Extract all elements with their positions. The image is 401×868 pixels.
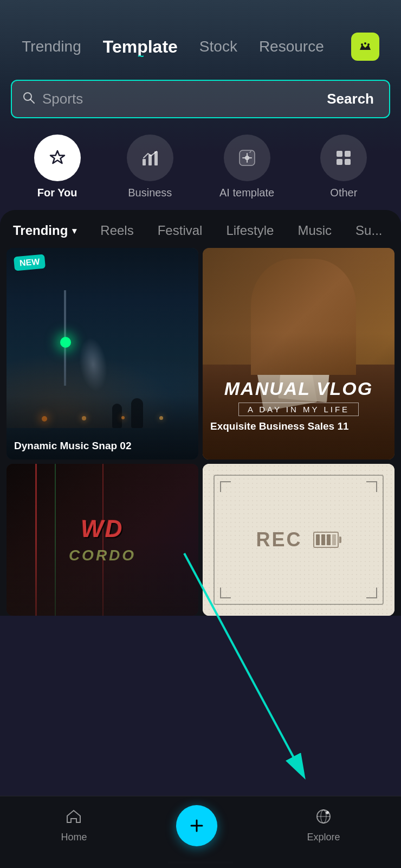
crown-icon[interactable] bbox=[351, 33, 379, 61]
category-for-you[interactable]: For You bbox=[34, 135, 81, 199]
vlog-main-title: MANUAL VLOG bbox=[203, 378, 394, 399]
ai-template-icon bbox=[224, 135, 270, 181]
sub-navigation: Trending ▾ Reels Festival Lifestyle Musi… bbox=[0, 210, 401, 248]
battery-icon bbox=[313, 532, 341, 548]
battery-bar-1 bbox=[316, 534, 320, 545]
vlog-sub-title: A DAY IN MY LIFE bbox=[238, 403, 359, 416]
template-card-graffiti[interactable]: WD CORDO bbox=[7, 464, 198, 616]
rec-frame: REC bbox=[214, 475, 384, 605]
bottom-navigation: Home Explore bbox=[0, 796, 401, 868]
svg-point-2 bbox=[364, 42, 366, 44]
sub-nav-music[interactable]: Music bbox=[286, 223, 344, 238]
svg-rect-14 bbox=[345, 159, 351, 165]
sub-nav-more[interactable]: Su... bbox=[344, 223, 394, 238]
rec-inner: REC bbox=[256, 528, 341, 551]
battery-bar-4 bbox=[332, 534, 336, 545]
sub-nav-reels[interactable]: Reels bbox=[88, 223, 145, 238]
svg-point-3 bbox=[367, 43, 370, 46]
corner-bl bbox=[220, 588, 231, 598]
card-gradient-overlay bbox=[7, 248, 198, 459]
ai-template-label: AI template bbox=[219, 187, 274, 199]
explore-button[interactable]: Explore bbox=[307, 808, 340, 843]
nav-item-stock[interactable]: Stock bbox=[199, 38, 237, 55]
business-label: Business bbox=[128, 187, 172, 199]
template-title-vlog: Exquisite Business Sales 11 bbox=[210, 420, 387, 432]
vlog-text-overlay: MANUAL VLOG A DAY IN MY LIFE bbox=[203, 378, 394, 416]
template-card-city[interactable]: NEW Dynamic Music Snap 02 bbox=[7, 248, 198, 459]
search-input[interactable] bbox=[42, 81, 312, 117]
home-label: Home bbox=[61, 832, 87, 843]
svg-point-10 bbox=[245, 156, 249, 160]
svg-point-1 bbox=[361, 43, 363, 46]
other-icon bbox=[320, 135, 367, 181]
home-icon bbox=[66, 808, 82, 828]
template-title-city: Dynamic Music Snap 02 bbox=[14, 440, 191, 452]
graffiti-text-top: WD bbox=[81, 515, 124, 542]
dropdown-arrow-icon: ▾ bbox=[72, 226, 76, 236]
nav-item-trending[interactable]: Trending bbox=[22, 38, 81, 55]
battery-bar-2 bbox=[321, 534, 325, 545]
svg-line-5 bbox=[30, 99, 34, 103]
category-business[interactable]: Business bbox=[127, 135, 173, 199]
template-card-vlog[interactable]: MANUAL VLOG A DAY IN MY LIFE Exquisite B… bbox=[203, 248, 394, 459]
corner-br bbox=[366, 588, 377, 598]
battery-body bbox=[313, 532, 339, 548]
content-panel: Trending ▾ Reels Festival Lifestyle Musi… bbox=[0, 210, 401, 616]
explore-label: Explore bbox=[307, 832, 340, 843]
category-other[interactable]: Other bbox=[320, 135, 367, 199]
svg-rect-8 bbox=[154, 151, 158, 165]
sub-nav-trending[interactable]: Trending ▾ bbox=[13, 223, 88, 238]
svg-rect-0 bbox=[358, 39, 373, 54]
home-button[interactable]: Home bbox=[61, 808, 87, 843]
create-button[interactable] bbox=[176, 805, 217, 846]
corner-tl bbox=[220, 481, 231, 492]
sub-nav-festival[interactable]: Festival bbox=[146, 223, 215, 238]
other-label: Other bbox=[330, 187, 357, 199]
for-you-icon bbox=[34, 135, 81, 181]
battery-tip bbox=[339, 537, 341, 543]
template-grid: NEW Dynamic Music Snap 02 MANUAL VLOG A … bbox=[0, 248, 401, 616]
svg-rect-12 bbox=[345, 151, 351, 157]
svg-rect-13 bbox=[337, 159, 342, 165]
search-bar[interactable]: Search bbox=[11, 80, 390, 118]
svg-rect-6 bbox=[143, 159, 146, 165]
top-navigation: Trending Template Stock Resource bbox=[0, 0, 401, 72]
category-ai-template[interactable]: AI template bbox=[219, 135, 274, 199]
new-badge: NEW bbox=[14, 254, 46, 271]
corner-tr bbox=[366, 481, 377, 492]
battery-bar-3 bbox=[327, 534, 331, 545]
explore-icon bbox=[315, 808, 332, 828]
svg-rect-11 bbox=[337, 151, 342, 157]
sub-nav-lifestyle[interactable]: Lifestyle bbox=[214, 223, 286, 238]
graffiti-bottom-fade bbox=[7, 540, 198, 616]
nav-item-template[interactable]: Template bbox=[103, 37, 178, 57]
for-you-label: For You bbox=[37, 187, 77, 199]
search-icon bbox=[12, 82, 42, 117]
rec-text: REC bbox=[256, 528, 302, 551]
business-icon bbox=[127, 135, 173, 181]
category-bar: For You Business AI template bbox=[0, 129, 401, 210]
nav-item-resource[interactable]: Resource bbox=[259, 38, 324, 55]
search-button[interactable]: Search bbox=[312, 81, 389, 117]
template-card-rec[interactable]: REC bbox=[203, 464, 394, 616]
